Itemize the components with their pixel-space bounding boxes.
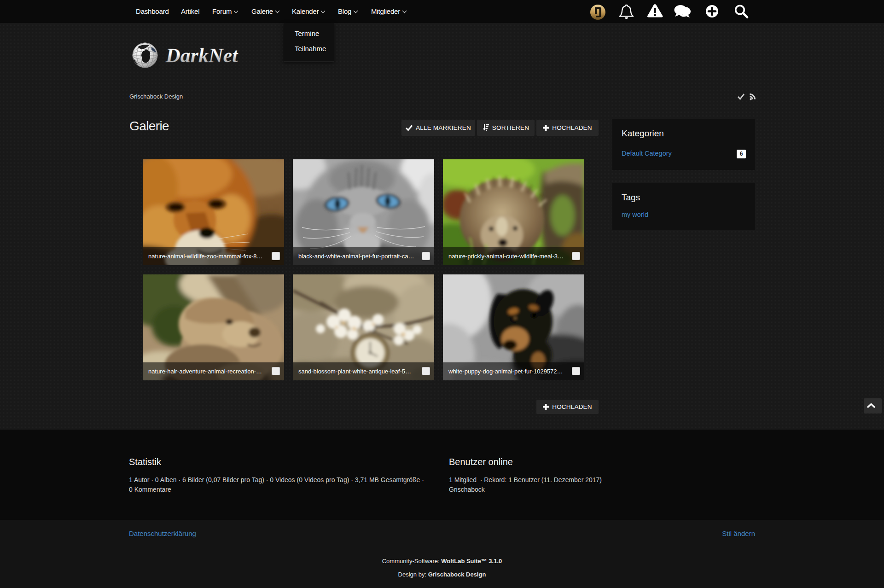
- svg-text:DarkNet: DarkNet: [165, 44, 238, 67]
